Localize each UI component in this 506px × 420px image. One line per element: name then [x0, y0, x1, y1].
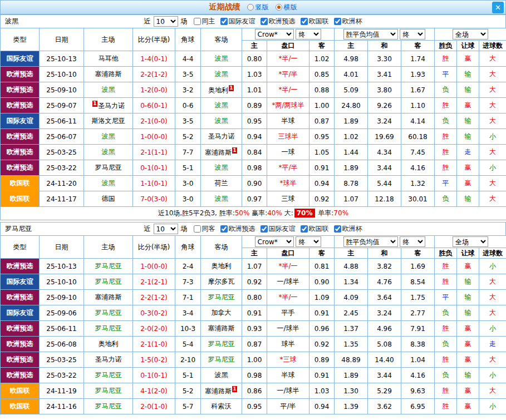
close-button[interactable]: ✕	[492, 2, 504, 13]
result-goals: 大	[479, 113, 506, 129]
euro-draw-odds: 9.26	[368, 98, 401, 113]
match-score: 2-1(1-0)	[133, 337, 175, 352]
euro-away-odds: 2.77	[401, 305, 435, 321]
layout-radio-option[interactable]: 竖版	[247, 3, 269, 12]
filter-checkbox-同主[interactable]: 同主	[194, 17, 215, 26]
result-handicap: 输	[457, 113, 479, 129]
sections-container: 波黑 近 10 场 同主国际友谊欧洲预选欧国联欧洲杯 类型 日期 主场	[0, 14, 506, 414]
filter-checkbox-欧洲杯[interactable]: 欧洲杯	[334, 17, 362, 26]
euro-odds-select-cell: 胜平负均值 终	[335, 28, 435, 41]
near-count-select[interactable]: 10	[154, 16, 178, 27]
handicap-line: *平/半	[267, 160, 310, 176]
col-result: 胜负	[435, 41, 457, 51]
checkbox-input[interactable]	[220, 18, 228, 25]
odds-source-select[interactable]: Crow*	[255, 236, 294, 247]
odds-time-select[interactable]: 终	[296, 236, 321, 247]
checkbox-input[interactable]	[334, 225, 341, 233]
match-date: 25-06-11	[40, 113, 84, 129]
filter-checkbox-欧洲预选[interactable]: 欧洲预选	[261, 17, 296, 26]
away-odds: 0.95	[310, 129, 335, 145]
col-score: 比分(半场)	[133, 28, 175, 51]
team-label: 波黑	[215, 55, 228, 62]
euro-draw-odds: 3.30	[368, 51, 401, 67]
euro-away-odds: 1.32	[401, 176, 435, 191]
match-score: 2-2(1-2)	[133, 290, 175, 305]
euro-home-odds: 1.02	[335, 129, 368, 145]
layout-radio-option[interactable]: 横版	[276, 3, 297, 12]
match-type-badge: 欧洲预选	[1, 98, 40, 113]
match-row: 欧国联24-11-17德国7-0(3-0)3-0波黑0.97三球0.921.07…	[1, 191, 506, 207]
euro-away-odds: 1.04	[401, 352, 435, 368]
match-row: 国际友谊25-10-13马耳他1-4(0-1)4-4波黑0.80*半/一1.02…	[1, 51, 506, 67]
filter-checkbox-欧洲杯[interactable]: 欧洲杯	[334, 224, 362, 234]
euro-draw-odds: 3.44	[368, 160, 401, 176]
team-label: 奥地利	[99, 340, 119, 348]
result-outcome: 胜	[435, 51, 457, 67]
match-row: 欧洲预选25-09-10波黑1-2(0-0)3-2奥地利11.01*半/一0.8…	[1, 82, 506, 98]
euro-time-select[interactable]: 终	[400, 236, 425, 247]
col-goals-result: 进球数	[479, 248, 506, 259]
result-outcome: 胜	[435, 259, 457, 274]
match-score: 0-3(0-2)	[133, 305, 175, 321]
result-handicap: 赢	[457, 321, 479, 337]
euro-home-odds: 1.89	[335, 160, 368, 176]
away-team: 圣马力诺	[201, 129, 242, 145]
euro-draw-odds: 5.44	[368, 176, 401, 191]
corner-count: 5-2	[175, 383, 201, 399]
match-date: 25-09-10	[40, 290, 84, 305]
filter-checkbox-欧国联[interactable]: 欧国联	[301, 224, 329, 234]
home-team: 波黑	[84, 145, 133, 160]
euro-time-select[interactable]: 终	[400, 29, 425, 39]
euro-source-select[interactable]: 胜平负均值	[343, 29, 398, 39]
corner-count: 3-5	[175, 67, 201, 82]
away-odds: 0.81	[310, 259, 335, 274]
checkbox-input[interactable]	[301, 225, 308, 233]
filter-checkbox-同客[interactable]: 同客	[194, 224, 215, 234]
result-handicap: 输	[457, 290, 479, 305]
team-label: 加拿大	[212, 309, 232, 317]
result-goals: 走	[479, 337, 506, 352]
near-label: 近	[144, 224, 151, 234]
scope-select[interactable]: 全场	[453, 29, 488, 39]
checkbox-input[interactable]	[334, 18, 341, 25]
handicap-line: 平/半	[267, 399, 310, 414]
euro-home-odds: 4.01	[335, 67, 368, 82]
away-odds: 1.00	[310, 98, 335, 113]
odds-time-select[interactable]: 终	[296, 29, 321, 39]
checkbox-input[interactable]	[220, 225, 228, 233]
corner-count: 4-4	[175, 51, 201, 67]
team-label: 罗马尼亚	[95, 309, 122, 317]
checkbox-input[interactable]	[261, 225, 268, 233]
result-goals: 小	[479, 321, 506, 337]
checkbox-input[interactable]	[194, 225, 201, 233]
filter-checkbox-欧国联[interactable]: 欧国联	[301, 17, 329, 26]
euro-source-select[interactable]: 胜平负均值	[343, 236, 398, 247]
euro-home-odds: 4.09	[335, 290, 368, 305]
filter-checkbox-国际友谊[interactable]: 国际友谊	[261, 224, 296, 234]
home-odds: 0.92	[242, 274, 267, 290]
checkbox-label: 欧洲预选	[229, 224, 256, 234]
checkbox-input[interactable]	[261, 18, 268, 25]
corner-count: 5-7	[175, 399, 201, 414]
match-date: 24-11-20	[40, 176, 84, 191]
filter-checkbox-国际友谊[interactable]: 国际友谊	[220, 17, 256, 26]
away-odds: 0.91	[310, 368, 335, 383]
match-date: 25-06-07	[40, 129, 84, 145]
checkbox-input[interactable]	[301, 18, 308, 25]
col-away: 客场	[201, 28, 242, 51]
match-score: 1-0(0-0)	[133, 259, 175, 274]
layout-toggle: 竖版横版	[247, 3, 297, 12]
summary-segment: 大:	[282, 209, 293, 217]
checkbox-label: 国际友谊	[269, 224, 296, 234]
summary-segment: 70%	[333, 209, 348, 217]
result-goals: 大	[479, 305, 506, 321]
away-team: 荷兰	[201, 176, 242, 191]
filter-checkbox-欧洲预选[interactable]: 欧洲预选	[220, 224, 256, 234]
checkbox-input[interactable]	[194, 18, 201, 25]
match-date: 25-10-13	[40, 259, 84, 274]
near-count-select[interactable]: 10	[154, 224, 178, 234]
scope-select[interactable]: 全场	[453, 236, 488, 247]
col-odds-away: 客	[310, 41, 335, 51]
odds-source-select[interactable]: Crow*	[255, 29, 294, 39]
match-row: 欧洲预选25-06-11罗马尼亚2-0(2-0)10-3塞浦路斯0.93一/球半…	[1, 321, 506, 337]
